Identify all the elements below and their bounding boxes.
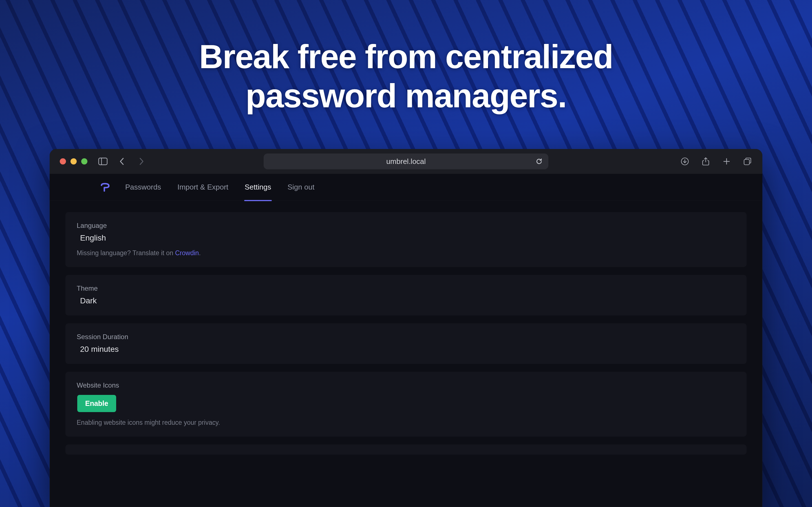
crowdin-link[interactable]: Crowdin [175,249,199,257]
url-text: umbrel.local [386,157,426,166]
theme-card: Theme Dark [65,275,747,316]
nav-sign-out[interactable]: Sign out [288,173,314,201]
theme-select[interactable]: Dark [80,296,735,305]
traffic-close-button[interactable] [60,158,66,165]
forward-icon[interactable] [137,157,146,166]
share-icon[interactable] [701,157,711,166]
svg-rect-7 [744,159,749,165]
nav-settings[interactable]: Settings [245,173,271,201]
new-tab-icon[interactable] [722,157,731,166]
hero-heading: Break free from centralized password man… [0,37,812,115]
traffic-minimize-button[interactable] [70,158,77,165]
sidebar-toggle-icon[interactable] [98,157,108,166]
website-icons-card: Website Icons Enable Enabling website ic… [65,372,747,437]
language-select[interactable]: English [80,233,735,242]
theme-label: Theme [77,284,735,292]
downloads-icon[interactable] [680,157,690,166]
nav-import-export[interactable]: Import & Export [177,173,229,201]
language-label: Language [77,222,735,230]
session-label: Session Duration [77,333,735,341]
enable-icons-button[interactable]: Enable [77,395,116,412]
nav-passwords[interactable]: Passwords [125,173,161,201]
hero-line1: Break free from centralized [0,37,812,76]
hero-line2: password managers. [0,76,812,115]
website-icons-label: Website Icons [77,381,735,389]
back-icon[interactable] [117,157,127,166]
app-navbar: Passwords Import & Export Settings Sign … [50,174,762,201]
reload-icon[interactable] [536,158,543,165]
url-bar[interactable]: umbrel.local [264,154,548,169]
language-card: Language English Missing language? Trans… [65,212,747,267]
traffic-zoom-button[interactable] [81,158,87,165]
website-icons-note: Enabling website icons might reduce your… [77,419,735,427]
traffic-lights [60,158,87,165]
browser-toolbar: umbrel.local [50,149,762,174]
session-select[interactable]: 20 minutes [80,345,735,354]
tab-overview-icon[interactable] [743,157,752,166]
settings-content: Language English Missing language? Trans… [50,201,762,455]
next-card-peek [65,445,747,455]
browser-window: umbrel.local [50,149,762,507]
session-card: Session Duration 20 minutes [65,323,747,364]
svg-rect-0 [99,158,107,165]
language-note: Missing language? Translate it on Crowdi… [77,249,735,257]
app-logo-icon[interactable] [100,182,110,192]
